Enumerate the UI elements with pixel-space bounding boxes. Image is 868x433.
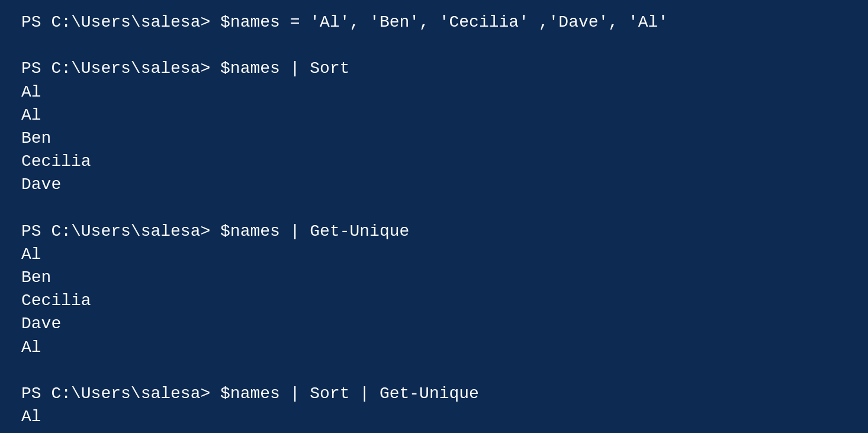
terminal-line (21, 34, 847, 57)
terminal-line: Dave (21, 173, 847, 196)
terminal-line: PS C:\Users\salesa> $names | Sort (21, 57, 847, 80)
terminal-line: PS C:\Users\salesa> $names | Sort | Get-… (21, 382, 847, 405)
terminal-line: Al (21, 405, 847, 428)
terminal-line: Dave (21, 312, 847, 335)
terminal-line: Ben (21, 428, 847, 433)
terminal-line: Al (21, 81, 847, 104)
terminal-line: Al (21, 336, 847, 359)
terminal-line: Cecilia (21, 150, 847, 173)
terminal-line: Al (21, 243, 847, 266)
terminal-window: PS C:\Users\salesa> $names = 'Al', 'Ben'… (12, 6, 856, 433)
terminal-line: PS C:\Users\salesa> $names = 'Al', 'Ben'… (21, 11, 847, 34)
terminal-line: Cecilia (21, 289, 847, 312)
terminal-line: Ben (21, 127, 847, 150)
terminal-line: Ben (21, 266, 847, 289)
terminal-line: PS C:\Users\salesa> $names | Get-Unique (21, 220, 847, 243)
terminal-line (21, 197, 847, 220)
terminal-line: Al (21, 104, 847, 127)
terminal-line (21, 359, 847, 382)
